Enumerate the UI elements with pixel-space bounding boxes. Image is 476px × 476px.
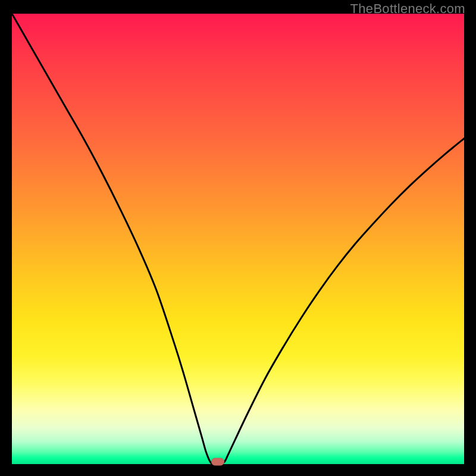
optimum-marker [211, 458, 224, 466]
bottleneck-curve-path [12, 14, 464, 464]
watermark-label: TheBottleneck.com [350, 1, 465, 17]
curve-svg [12, 14, 464, 464]
chart-frame: TheBottleneck.com [0, 0, 476, 476]
plot-area [12, 14, 464, 464]
